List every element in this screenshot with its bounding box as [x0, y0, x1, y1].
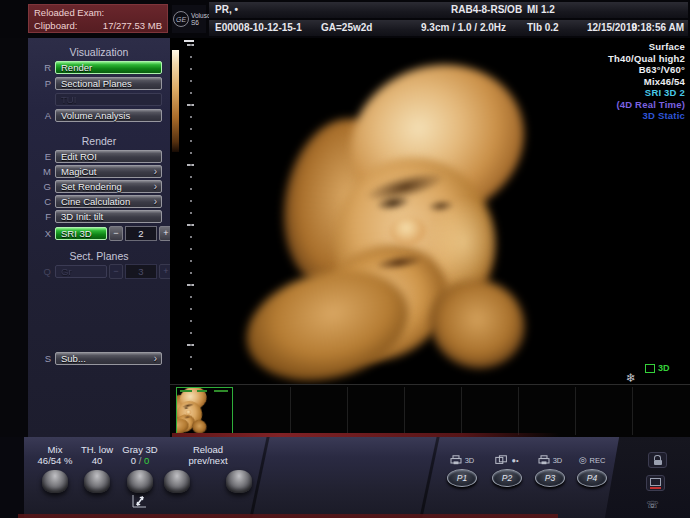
- threshold-knob[interactable]: [84, 470, 110, 493]
- probe-orientation-marker: [184, 40, 194, 42]
- mix-knob[interactable]: [42, 470, 68, 493]
- cine-calculation-row: C Cine Calculation›: [28, 194, 170, 208]
- dual-image-icon: [495, 455, 508, 465]
- 3d-init-tilt-button[interactable]: 3D Init: tilt: [55, 210, 162, 223]
- sri-decrement-button[interactable]: −: [109, 226, 123, 241]
- tib-value: TIb 0.2: [527, 22, 559, 33]
- overlay-surface: Surface: [608, 41, 685, 53]
- cine-calculation-button[interactable]: Cine Calculation›: [55, 195, 162, 208]
- key-letter: X: [38, 228, 51, 239]
- sectional-planes-button[interactable]: Sectional Planes: [55, 77, 162, 90]
- touch-panel: Visualization R Render P Sectional Plane…: [28, 38, 170, 437]
- magicut-row: M MagiCut›: [28, 164, 170, 178]
- key-letter: E: [38, 151, 51, 162]
- overlay-mix: Mix46/54: [608, 76, 685, 88]
- axis-move-icon: [130, 494, 150, 510]
- ultrasound-viewport[interactable]: Surface Th40/Qual high2 B63°/V60° Mix46/…: [170, 38, 690, 384]
- thumbnail-empty[interactable]: [348, 387, 405, 435]
- set-rendering-row: G Set Rendering›: [28, 179, 170, 193]
- thumbnail-empty[interactable]: [291, 387, 348, 435]
- info-row-1: PR, • RAB4-8-RS/OB MI 1.2: [209, 2, 688, 18]
- render-mode-button[interactable]: Render: [55, 61, 162, 74]
- thumbnail-empty[interactable]: [462, 387, 519, 435]
- render-section-title: Render: [28, 135, 170, 147]
- render-mode-row: R Render: [28, 60, 170, 74]
- p2-icon-label: ●•: [511, 456, 518, 465]
- ge-logo-icon: GE: [173, 11, 189, 27]
- mix-label: Mix: [30, 444, 80, 455]
- sect-planes-dim-row: Q Gr − 3 + W: [28, 264, 170, 278]
- clipboard-thumbnail-strip: [170, 384, 690, 437]
- p4-group: ◎ REC P4: [563, 454, 621, 487]
- lock-key[interactable]: [648, 452, 667, 468]
- key-letter: C: [38, 196, 51, 207]
- display-key[interactable]: [646, 475, 665, 491]
- p2-button[interactable]: P2: [492, 469, 522, 487]
- edit-roi-button[interactable]: Edit ROI: [55, 150, 162, 163]
- depth-scale-ticks: [190, 44, 192, 380]
- top-bar: Reloaded Exam: Clipboard: 17/277.53 MB G…: [0, 0, 690, 38]
- voluson-logo: GE Voluson S6: [172, 5, 206, 33]
- p4-button[interactable]: P4: [577, 469, 607, 487]
- reload-next-knob[interactable]: [226, 470, 252, 493]
- cube-icon: [645, 364, 655, 373]
- mix-value: 46/54 %: [30, 455, 80, 466]
- mi-value: MI 1.2: [527, 4, 555, 15]
- sectional-planes-row: P Sectional Planes: [28, 76, 170, 90]
- tui-button[interactable]: TUI: [55, 93, 162, 106]
- key-letter: G: [38, 181, 51, 192]
- overlay-sri: SRI 3D 2: [608, 87, 685, 99]
- thumbnail-empty[interactable]: [576, 387, 633, 435]
- reloaded-exam-notice: Reloaded Exam: Clipboard: 17/277.53 MB: [28, 4, 168, 33]
- thumbnail-selected[interactable]: [176, 387, 233, 435]
- sri-3d-row: X SRI 3D − 2 + Y: [28, 226, 170, 240]
- exam-id: E00008-10-12-15-1: [215, 22, 302, 33]
- thumbnail-empty[interactable]: [234, 387, 291, 435]
- sect-decrement-button[interactable]: −: [109, 264, 123, 279]
- visualization-section-title: Visualization: [28, 46, 170, 58]
- reload-prev-knob[interactable]: [164, 470, 190, 493]
- console-left-edge: [0, 437, 24, 518]
- sect-planes-dim-button[interactable]: Gr: [55, 265, 107, 278]
- phone-key[interactable]: ☏: [644, 498, 661, 512]
- display-icon: [650, 478, 661, 486]
- reload-label: Reload: [158, 444, 258, 455]
- submenu-arrow-icon: ›: [154, 196, 157, 208]
- thumbnail-empty[interactable]: [405, 387, 462, 435]
- reload-knob-group: Reload prev/next: [158, 444, 258, 493]
- p3-button[interactable]: P3: [535, 469, 565, 487]
- thumbnail-empty[interactable]: [519, 387, 576, 435]
- volume-analysis-row: A Volume Analysis: [28, 108, 170, 122]
- printer-icon: [450, 455, 462, 465]
- key-letter: P: [38, 78, 51, 89]
- gray3d-knob[interactable]: [127, 470, 153, 493]
- sub-button[interactable]: Sub...›: [55, 352, 162, 365]
- gestational-age: GA=25w2d: [321, 22, 372, 33]
- key-letter: Q: [38, 266, 51, 277]
- freeze-snowflake-icon: ❄: [626, 371, 636, 385]
- set-rendering-button[interactable]: Set Rendering›: [55, 180, 162, 193]
- render-settings-overlay: Surface Th40/Qual high2 B63°/V60° Mix46/…: [608, 41, 685, 122]
- p1-icon-label: 3D: [465, 456, 475, 465]
- exam-time: 9:18:56 AM: [632, 22, 684, 33]
- sri-3d-button[interactable]: SRI 3D: [55, 227, 107, 240]
- p3-icon-label: 3D: [553, 456, 563, 465]
- magicut-button[interactable]: MagiCut›: [55, 165, 162, 178]
- fetal-3d-render: [230, 48, 570, 378]
- sect-value: 3: [125, 264, 157, 279]
- 3d-mode-badge: 3D: [645, 363, 670, 373]
- bezel-red-strip-bottom: [18, 514, 558, 518]
- key-letter: R: [38, 62, 51, 73]
- clipboard-label: Clipboard:: [34, 19, 77, 32]
- scan-params: 9.3cm / 1.0 / 2.0Hz: [421, 22, 506, 33]
- sub-row: S Sub...›: [28, 351, 170, 365]
- notice-line1: Reloaded Exam:: [34, 6, 162, 19]
- phone-icon: ☏: [646, 500, 659, 510]
- overlay-3d-static: 3D Static: [608, 110, 685, 122]
- volume-analysis-button[interactable]: Volume Analysis: [55, 109, 162, 122]
- grayscale-map-bar: [172, 50, 179, 152]
- exam-info-bar: PR, • RAB4-8-RS/OB MI 1.2 E00008-10-12-1…: [209, 2, 688, 36]
- p1-button[interactable]: P1: [447, 469, 477, 487]
- key-letter: A: [38, 110, 51, 121]
- tui-row: TUI: [28, 92, 170, 106]
